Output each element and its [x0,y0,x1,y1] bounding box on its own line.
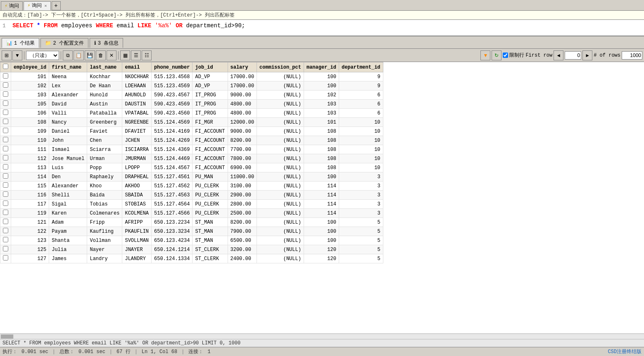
col-job_id[interactable]: job_id [192,62,228,72]
toolbar-form-view-btn[interactable]: ☷ [142,50,152,60]
table-cell: 515.127.4566 [152,209,192,218]
limit-rows-checkbox[interactable]: 限制行 [503,52,524,59]
table-cell: 100 [304,172,339,182]
limit-rows-check[interactable] [503,53,508,58]
col-salary[interactable]: salary [228,62,257,72]
h-scroll-track [14,334,644,339]
row-checkbox-12[interactable] [3,182,8,188]
row-checkbox-9[interactable] [3,155,8,160]
sql-editor[interactable]: 1 SELECT * FROM employees WHERE email LI… [0,20,644,36]
table-row[interactable]: 110JohnChenJCHEN515.124.4269FI_ACCOUNT82… [0,136,383,145]
table-row[interactable]: 125JuliaNayerJNAYER650.124.1214ST_CLERK3… [0,245,383,254]
table-cell: 100 [304,218,339,227]
table-row[interactable]: 105DavidAustinDAUSTIN590.423.4569IT_PROG… [0,100,383,109]
table-cell: JMURMAN [122,154,152,163]
toolbar-save-btn[interactable]: 💾 [85,50,95,60]
col-commission_pct[interactable]: commission_pct [257,62,304,72]
table-row[interactable]: 115AlexanderKhooAKHOO515.127.4562PU_CLER… [0,182,383,191]
col-last_name[interactable]: last_name [87,62,122,72]
first-row-prev-btn[interactable]: ◄ [554,50,563,60]
table-row[interactable]: 117SigalTobiasSTOBIAS515.127.4564PU_CLER… [0,200,383,209]
table-cell: 10 [339,118,383,127]
row-checkbox-8[interactable] [3,146,8,151]
table-row[interactable]: 127JamesLandryJLANDRY650.124.1334ST_CLER… [0,254,383,263]
table-row[interactable]: 114DenRaphaelyDRAPHEAL515.127.4561PU_MAN… [0,172,383,182]
row-checkbox-15[interactable] [3,210,8,215]
result-tab-2[interactable]: 📁 2 个配置文件 [40,38,88,48]
table-cell: ISCIARRA [122,145,152,154]
table-row[interactable]: 123ShantaVollmanSVOLLMAN650.123.4234ST_M… [0,236,383,245]
toolbar-list-view-btn[interactable]: ☰ [131,50,141,60]
first-row-input[interactable] [565,51,581,60]
toolbar-delete-btn[interactable]: 🗑 [96,50,106,60]
row-checkbox-19[interactable] [3,246,8,251]
table-row[interactable]: 101NeenaKochharNKOCHHAR515.123.4568AD_VP… [0,72,383,81]
col-email[interactable]: email [122,62,152,72]
row-checkbox-7[interactable] [3,137,8,142]
row-checkbox-4[interactable] [3,110,8,115]
toolbar-paste-btn[interactable]: 📋 [74,50,84,60]
table-row[interactable]: 116ShelliBaidaSBAIDA515.127.4563PU_CLERK… [0,191,383,200]
table-row[interactable]: 103AlexanderHunoldAHUNOLD590.423.4567IT_… [0,91,383,100]
row-checkbox-17[interactable] [3,228,8,233]
table-row[interactable]: 122PayamKauflingPKAUFLIN650.123.3234ST_M… [0,227,383,236]
toolbar-copy-btn[interactable]: ⧉ [63,50,73,60]
table-row[interactable]: 119KarenColmenaresKCOLMENA515.127.4566PU… [0,209,383,218]
toolbar-mode-select[interactable]: （只读） [26,51,59,60]
row-checkbox-20[interactable] [3,255,8,260]
select-all-checkbox[interactable] [3,64,8,69]
row-checkbox-0[interactable] [3,73,8,79]
col-first_name[interactable]: first_name [49,62,87,72]
toolbar-clear-btn[interactable]: ✕ [107,50,116,60]
toolbar-grid-icon[interactable]: ⊞ [2,50,12,60]
table-row[interactable]: 108NancyGreenbergNGREENBE515.124.4569FI_… [0,118,383,127]
table-cell: 114 [11,172,49,182]
rows-input[interactable] [622,51,642,60]
row-checkbox-1[interactable] [3,82,8,88]
h-scroll-thumb[interactable] [1,334,13,339]
row-checkbox-11[interactable] [3,173,8,179]
data-toolbar: ⊞ ▼ （只读） ⧉ 📋 💾 🗑 ✕ ▦ ☰ ☷ ▼ ↻ 限制行 [0,49,644,62]
tab-2-close[interactable]: ✕ [44,3,47,8]
table-cell: (NULL) [257,81,304,91]
refresh-btn[interactable]: ↻ [492,50,501,60]
result-tab-3[interactable]: ℹ 3 条信息 [90,38,123,48]
table-row[interactable]: 111IsmaelSciarraISCIARRA515.124.4369FI_A… [0,145,383,154]
data-table-container[interactable]: employee_id first_name last_name email p… [0,62,644,333]
table-row[interactable]: 109DanielFavietDFAVIET515.124.4169FI_ACC… [0,127,383,136]
row-checkbox-13[interactable] [3,191,8,197]
table-row[interactable]: 113LuisPoppLPOPP515.124.4567FI_ACCOUNT69… [0,163,383,172]
table-row[interactable]: 112Jose ManuelUrmanJMURMAN515.124.4469FI… [0,154,383,163]
row-checkbox-18[interactable] [3,237,8,242]
tab-2[interactable]: ⚡ 询问 ✕ [24,1,50,10]
row-checkbox-16[interactable] [3,219,8,224]
tab-add-button[interactable]: + [52,1,61,10]
h-scrollbar[interactable] [0,333,644,339]
autocomplete-text: 自动完成：[Tab]-> 下一个标签，[Ctrl+Space]-> 列出所有标签… [2,12,235,18]
col-employee_id[interactable]: employee_id [11,62,49,72]
result-tab-1[interactable]: 📊 1 个结果 [2,38,39,48]
table-cell: (NULL) [257,109,304,118]
header-checkbox[interactable] [0,62,11,72]
col-phone_number[interactable]: phone_number [152,62,192,72]
row-checkbox-14[interactable] [3,201,8,206]
row-checkbox-10[interactable] [3,164,8,170]
row-checkbox-6[interactable] [3,128,8,133]
toolbar-dropdown-btn[interactable]: ▼ [12,50,22,60]
table-row[interactable]: 121AdamFrippAFRIPP650.123.2234ST_MAN8200… [0,218,383,227]
table-row[interactable]: 102LexDe HaanLDEHAAN515.123.4569AD_VP170… [0,81,383,91]
tab-1[interactable]: ⚡ 询问 [1,1,23,10]
table-cell: 515.124.4369 [152,145,192,154]
row-checkbox-2[interactable] [3,91,8,97]
row-checkbox-5[interactable] [3,119,8,124]
col-department_id[interactable]: department_id [339,62,383,72]
col-manager_id[interactable]: manager_id [304,62,339,72]
table-cell: 110 [11,136,49,145]
toolbar-table-view-btn[interactable]: ▦ [120,50,130,60]
first-row-next-btn[interactable]: ► [582,50,592,60]
table-row[interactable]: 106ValliPataballaVPATABAL590.423.4560IT_… [0,109,383,118]
row-checkbox-3[interactable] [3,100,8,106]
table-cell: Payam [49,227,87,236]
filter-btn[interactable]: ▼ [480,50,490,60]
sql-from: FROM [44,22,58,29]
